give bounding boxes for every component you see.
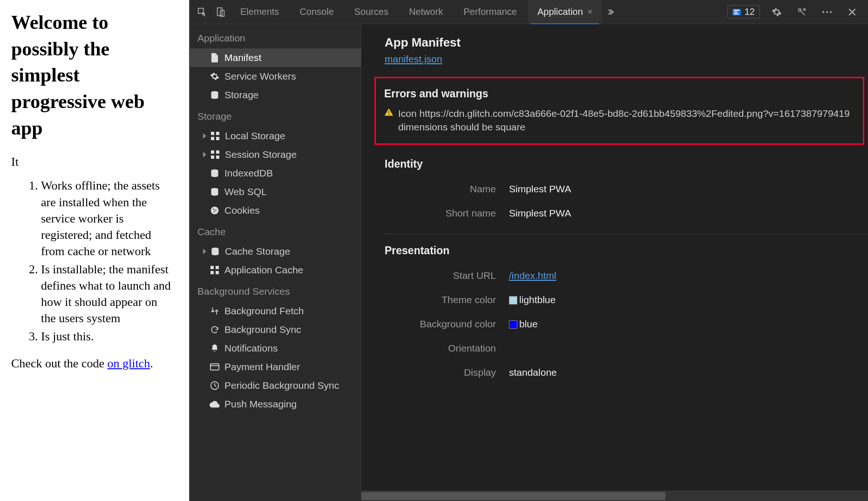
- page-list: Works offline; the assets are installed …: [11, 177, 178, 345]
- sidebar-item-background-fetch[interactable]: Background Fetch: [190, 302, 361, 320]
- tab-label: Application: [537, 7, 583, 17]
- tab-performance[interactable]: Performance: [454, 0, 527, 24]
- start-url-link[interactable]: /index.html: [509, 270, 556, 281]
- tab-network[interactable]: Network: [400, 0, 452, 24]
- horizontal-scrollbar[interactable]: [361, 491, 868, 501]
- svg-rect-30: [216, 271, 219, 274]
- sidebar-item-notifications[interactable]: Notifications: [190, 339, 361, 358]
- bell-icon: [210, 343, 220, 353]
- experiments-icon[interactable]: [793, 4, 810, 20]
- tab-sources[interactable]: Sources: [345, 0, 398, 24]
- page-footer: Check out the code on glitch.: [11, 357, 178, 371]
- presentation-heading: Presentation: [385, 244, 868, 257]
- sidebar-item-payment-handler[interactable]: Payment Handler: [190, 358, 361, 376]
- glitch-link[interactable]: on glitch: [108, 357, 150, 370]
- page-intro: It: [11, 155, 178, 169]
- webpage-preview: Welcome to possibly the simplest progres…: [0, 0, 189, 501]
- sidebar-item-label: Notifications: [224, 343, 278, 354]
- sidebar-item-background-sync[interactable]: Background Sync: [190, 320, 361, 339]
- short-name-value: Simplest PWA: [509, 208, 571, 219]
- identity-section: Identity Name Simplest PWA Short name Si…: [385, 145, 868, 234]
- sidebar-item-label: Cache Storage: [225, 246, 290, 257]
- svg-point-7: [804, 8, 806, 10]
- short-name-row: Short name Simplest PWA: [385, 201, 868, 225]
- close-icon[interactable]: ×: [588, 7, 593, 17]
- card-icon: [210, 362, 220, 372]
- tab-elements[interactable]: Elements: [231, 0, 288, 24]
- chevron-right-icon: [203, 133, 206, 139]
- svg-rect-27: [210, 266, 214, 269]
- sidebar-item-storage[interactable]: Storage: [190, 86, 361, 104]
- sidebar-item-web-sql[interactable]: Web SQL: [190, 183, 361, 201]
- settings-icon[interactable]: [768, 4, 785, 20]
- sidebar-item-periodic-background-sync[interactable]: Periodic Background Sync: [190, 376, 361, 395]
- presentation-section: Presentation Start URL /index.html Theme…: [385, 234, 868, 393]
- identity-heading: Identity: [385, 158, 868, 170]
- orientation-label: Orientation: [385, 343, 509, 354]
- sidebar-section-title: Storage: [190, 104, 361, 127]
- page-heading: Welcome to possibly the simplest progres…: [11, 9, 178, 141]
- sidebar-item-session-storage[interactable]: Session Storage: [190, 145, 361, 164]
- issues-badge[interactable]: 12: [727, 5, 760, 19]
- svg-point-22: [211, 207, 219, 215]
- sidebar-item-label: Cookies: [224, 205, 260, 216]
- cookie-icon: [210, 205, 220, 216]
- svg-rect-12: [211, 132, 214, 135]
- more-options-icon[interactable]: [819, 4, 835, 20]
- sidebar-item-indexeddb[interactable]: IndexedDB: [190, 164, 361, 183]
- tab-console[interactable]: Console: [290, 0, 343, 24]
- more-tabs-icon[interactable]: [604, 4, 620, 20]
- sidebar-item-cache-storage[interactable]: Cache Storage: [190, 242, 361, 261]
- warning-icon: [384, 108, 393, 134]
- device-toolbar-icon[interactable]: [212, 4, 229, 20]
- list-item: Works offline; the assets are installed …: [41, 177, 178, 259]
- sidebar-item-label: Local Storage: [225, 130, 285, 142]
- db-icon: [210, 168, 220, 178]
- footer-suffix: .: [150, 357, 153, 370]
- issues-count: 12: [745, 7, 755, 17]
- theme-color-swatch: [509, 296, 517, 305]
- sidebar-item-application-cache[interactable]: Application Cache: [190, 261, 361, 279]
- warning-row: Icon https://cdn.glitch.com/c83a666e-02f…: [384, 107, 854, 134]
- display-value: standalone: [509, 367, 557, 378]
- svg-rect-4: [734, 12, 738, 13]
- name-value: Simplest PWA: [509, 183, 571, 195]
- svg-point-6: [799, 8, 801, 11]
- close-devtools-icon[interactable]: [844, 4, 861, 20]
- tab-application[interactable]: Application ×: [528, 0, 602, 24]
- start-url-label: Start URL: [385, 270, 509, 281]
- sidebar-item-manifest[interactable]: Manifest: [190, 48, 361, 67]
- svg-rect-31: [210, 364, 219, 370]
- svg-point-8: [822, 11, 824, 13]
- sidebar-item-label: Background Sync: [224, 324, 301, 335]
- svg-rect-1: [217, 7, 222, 15]
- fetch-icon: [210, 306, 220, 316]
- svg-rect-28: [216, 266, 219, 269]
- svg-point-23: [213, 209, 214, 210]
- svg-rect-29: [210, 271, 214, 274]
- manifest-link[interactable]: manifest.json: [385, 54, 442, 64]
- warning-text: Icon https://cdn.glitch.com/c83a666e-02f…: [398, 107, 854, 134]
- svg-point-9: [826, 11, 828, 13]
- sidebar-section-title: Application: [190, 26, 361, 48]
- svg-rect-5: [734, 14, 739, 14]
- issues-icon: [732, 9, 741, 15]
- sidebar-item-label: Periodic Background Sync: [224, 380, 339, 391]
- sidebar-item-local-storage[interactable]: Local Storage: [190, 127, 361, 145]
- application-sidebar: ApplicationManifestService WorkersStorag…: [190, 24, 361, 501]
- theme-color-value: lightblue: [519, 294, 556, 305]
- inspect-element-icon[interactable]: [194, 4, 210, 20]
- short-name-label: Short name: [385, 208, 509, 219]
- sidebar-item-service-workers[interactable]: Service Workers: [190, 67, 361, 86]
- display-row: Display standalone: [385, 360, 868, 385]
- sidebar-item-push-messaging[interactable]: Push Messaging: [190, 395, 361, 413]
- name-label: Name: [385, 183, 509, 195]
- db-icon: [210, 90, 220, 100]
- theme-color-label: Theme color: [385, 294, 509, 305]
- sidebar-item-cookies[interactable]: Cookies: [190, 201, 361, 220]
- list-item: Is just this.: [41, 328, 178, 345]
- name-row: Name Simplest PWA: [385, 177, 868, 201]
- orientation-row: Orientation: [385, 336, 868, 360]
- chevron-right-icon: [203, 249, 206, 254]
- db-icon: [210, 187, 220, 197]
